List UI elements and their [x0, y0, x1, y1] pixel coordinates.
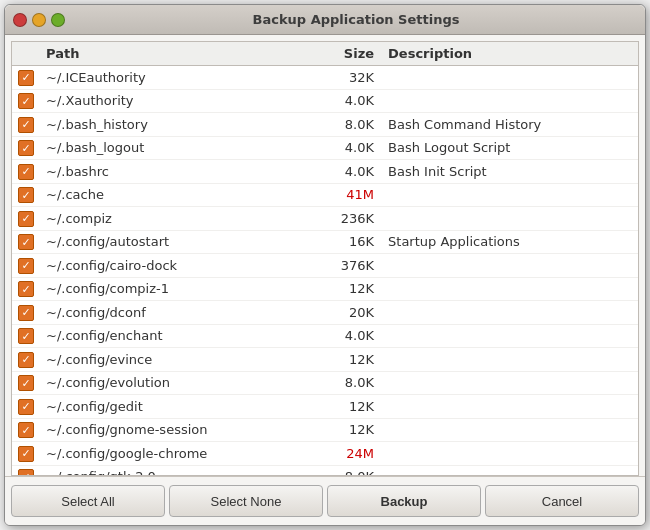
row-path: ~/.compiz — [40, 207, 309, 231]
row-checkbox[interactable] — [18, 375, 34, 391]
table-row: ~/.bashrc4.0KBash Init Script — [12, 160, 638, 184]
row-checkbox[interactable] — [18, 352, 34, 368]
backup-button[interactable]: Backup — [327, 485, 481, 517]
row-size: 41M — [309, 183, 382, 207]
row-checkbox[interactable] — [18, 446, 34, 462]
maximize-button[interactable] — [51, 13, 65, 27]
row-size: 12K — [309, 395, 382, 419]
table-row: ~/.bash_history8.0KBash Command History — [12, 113, 638, 137]
row-description — [382, 277, 638, 301]
row-description — [382, 254, 638, 278]
row-path: ~/.bash_logout — [40, 136, 309, 160]
row-description — [382, 395, 638, 419]
file-table-container[interactable]: Path Size Description ~/.ICEauthority32K… — [11, 41, 639, 476]
row-checkbox-cell — [12, 183, 40, 207]
row-size: 8.0K — [309, 465, 382, 476]
select-none-button[interactable]: Select None — [169, 485, 323, 517]
row-path: ~/.Xauthority — [40, 89, 309, 113]
row-checkbox-cell — [12, 348, 40, 372]
row-size: 32K — [309, 66, 382, 90]
row-description — [382, 442, 638, 466]
row-checkbox[interactable] — [18, 422, 34, 438]
row-checkbox-cell — [12, 442, 40, 466]
row-description — [382, 418, 638, 442]
row-checkbox[interactable] — [18, 117, 34, 133]
row-checkbox[interactable] — [18, 469, 34, 476]
row-path: ~/.bash_history — [40, 113, 309, 137]
select-all-button[interactable]: Select All — [11, 485, 165, 517]
row-checkbox[interactable] — [18, 399, 34, 415]
row-path: ~/.config/gnome-session — [40, 418, 309, 442]
table-row: ~/.config/enchant4.0K — [12, 324, 638, 348]
row-checkbox[interactable] — [18, 234, 34, 250]
row-path: ~/.config/evince — [40, 348, 309, 372]
row-path: ~/.config/evolution — [40, 371, 309, 395]
row-checkbox[interactable] — [18, 140, 34, 156]
desc-header: Description — [382, 42, 638, 66]
minimize-button[interactable] — [32, 13, 46, 27]
table-row: ~/.config/gtk-2.08.0K — [12, 465, 638, 476]
table-row: ~/.config/evolution8.0K — [12, 371, 638, 395]
row-size: 16K — [309, 230, 382, 254]
main-content: Path Size Description ~/.ICEauthority32K… — [5, 35, 645, 525]
cancel-button[interactable]: Cancel — [485, 485, 639, 517]
row-checkbox-cell — [12, 254, 40, 278]
row-path: ~/.bashrc — [40, 160, 309, 184]
row-size: 4.0K — [309, 324, 382, 348]
row-checkbox-cell — [12, 301, 40, 325]
table-row: ~/.config/google-chrome24M — [12, 442, 638, 466]
row-size: 4.0K — [309, 89, 382, 113]
row-size: 8.0K — [309, 113, 382, 137]
table-row: ~/.config/evince12K — [12, 348, 638, 372]
row-checkbox-cell — [12, 324, 40, 348]
row-size: 24M — [309, 442, 382, 466]
row-checkbox-cell — [12, 66, 40, 90]
row-checkbox-cell — [12, 136, 40, 160]
row-path: ~/.ICEauthority — [40, 66, 309, 90]
table-row: ~/.config/gedit12K — [12, 395, 638, 419]
row-checkbox-cell — [12, 89, 40, 113]
row-checkbox[interactable] — [18, 187, 34, 203]
row-size: 4.0K — [309, 136, 382, 160]
row-size: 376K — [309, 254, 382, 278]
row-checkbox[interactable] — [18, 211, 34, 227]
row-description — [382, 371, 638, 395]
row-size: 12K — [309, 418, 382, 442]
row-description: Bash Command History — [382, 113, 638, 137]
table-row: ~/.config/compiz-112K — [12, 277, 638, 301]
row-path: ~/.config/compiz-1 — [40, 277, 309, 301]
table-row: ~/.config/dconf20K — [12, 301, 638, 325]
row-checkbox[interactable] — [18, 328, 34, 344]
row-path: ~/.config/google-chrome — [40, 442, 309, 466]
row-checkbox-cell — [12, 113, 40, 137]
row-checkbox[interactable] — [18, 258, 34, 274]
close-button[interactable] — [13, 13, 27, 27]
row-description — [382, 348, 638, 372]
row-checkbox[interactable] — [18, 93, 34, 109]
row-checkbox-cell — [12, 418, 40, 442]
row-size: 20K — [309, 301, 382, 325]
row-checkbox[interactable] — [18, 281, 34, 297]
row-size: 4.0K — [309, 160, 382, 184]
size-header: Size — [309, 42, 382, 66]
row-description — [382, 301, 638, 325]
bottom-bar: Select All Select None Backup Cancel — [5, 476, 645, 525]
row-description — [382, 183, 638, 207]
row-checkbox-cell — [12, 371, 40, 395]
row-description — [382, 465, 638, 476]
row-description — [382, 207, 638, 231]
row-size: 12K — [309, 348, 382, 372]
row-checkbox[interactable] — [18, 164, 34, 180]
window-controls — [13, 13, 65, 27]
row-path: ~/.cache — [40, 183, 309, 207]
row-checkbox[interactable] — [18, 305, 34, 321]
table-header-row: Path Size Description — [12, 42, 638, 66]
row-checkbox-cell — [12, 230, 40, 254]
row-size: 236K — [309, 207, 382, 231]
table-row: ~/.config/gnome-session12K — [12, 418, 638, 442]
row-checkbox-cell — [12, 207, 40, 231]
row-path: ~/.config/gedit — [40, 395, 309, 419]
row-checkbox-cell — [12, 465, 40, 476]
row-checkbox[interactable] — [18, 70, 34, 86]
table-row: ~/.Xauthority4.0K — [12, 89, 638, 113]
